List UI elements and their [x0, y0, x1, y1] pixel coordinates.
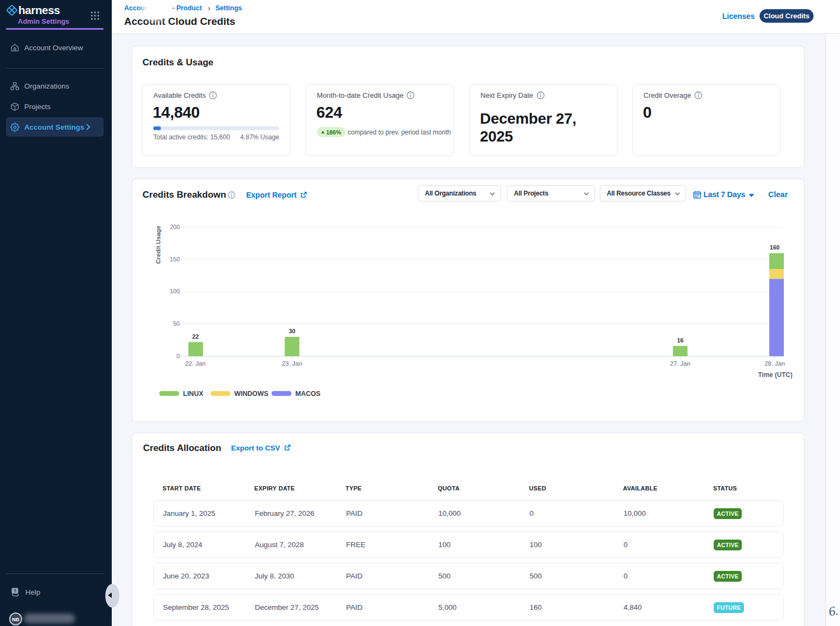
svg-text:28. Jan: 28. Jan	[764, 360, 785, 367]
svg-text:LINUX: LINUX	[183, 390, 204, 398]
svg-text:23. Jan: 23. Jan	[282, 360, 302, 367]
svg-text:?: ?	[13, 588, 16, 594]
svg-text:WINDOWS: WINDOWS	[234, 390, 268, 398]
svg-text:22: 22	[192, 333, 199, 340]
svg-text:100: 100	[170, 288, 180, 294]
svg-text:160: 160	[770, 244, 780, 251]
svg-text:0: 0	[177, 353, 180, 359]
svg-text:Credit Usage: Credit Usage	[155, 226, 161, 264]
svg-text:27. Jan: 27. Jan	[670, 360, 690, 367]
svg-text:50: 50	[173, 320, 180, 327]
svg-text:200: 200	[170, 224, 180, 230]
svg-text:Time (UTC): Time (UTC)	[758, 371, 792, 379]
svg-text:22. Jan: 22. Jan	[185, 360, 206, 367]
svg-text:16: 16	[677, 337, 683, 344]
svg-text:MACOS: MACOS	[295, 390, 321, 398]
svg-text:30: 30	[289, 328, 295, 334]
svg-text:150: 150	[170, 256, 180, 262]
